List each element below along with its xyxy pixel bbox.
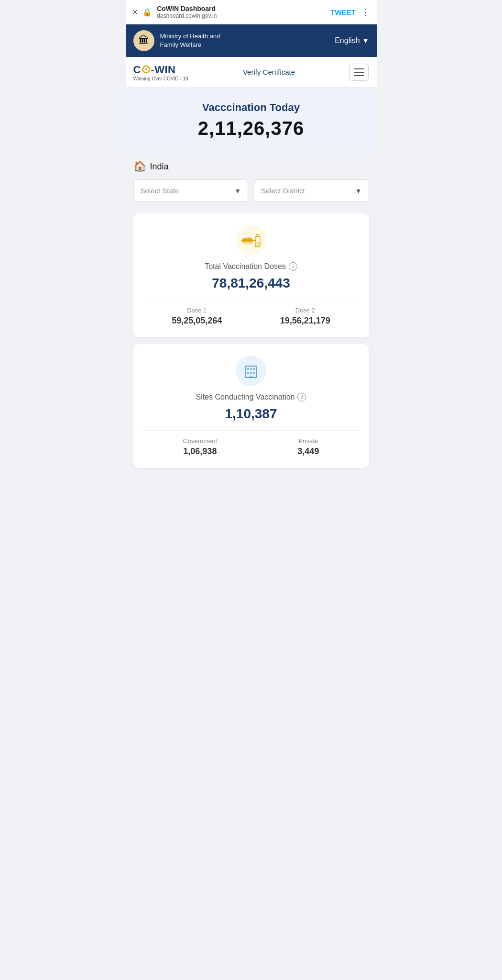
doses-info-icon[interactable]: i [289,262,297,271]
lock-icon: 🔒 [142,8,152,17]
logo-subtitle: Winning Over COVID - 19 [133,76,188,81]
vaccination-doses-card: Total Vaccination Doses i 78,81,26,443 D… [133,213,369,337]
select-district-dropdown[interactable]: Select District ▼ [254,179,369,202]
dose2-label: Dose 2 [280,307,330,314]
dropdowns-row: Select State ▼ Select District ▼ [133,179,369,202]
svg-rect-12 [250,368,252,370]
svg-rect-15 [250,372,252,374]
ministry-info: 🏛 Ministry of Health and Family Welfare [133,30,220,51]
doses-sub-row: Dose 1 59,25,05,264 Dose 2 19,56,21,179 [143,300,360,326]
ministry-name: Ministry of Health and Family Welfare [160,32,220,49]
cowin-logo: C⊙-WIN Winning Over COVID - 19 [133,63,188,81]
dose2-item: Dose 2 19,56,21,179 [280,307,330,326]
emblem-icon: 🏛 [133,30,154,51]
select-district-label: Select District [261,187,305,195]
svg-rect-2 [252,240,256,241]
dose2-value: 19,56,21,179 [280,316,330,326]
hamburger-menu-button[interactable] [349,64,369,81]
logo-dot: ⊙ [141,63,151,76]
private-label: Private [297,437,319,445]
close-icon[interactable]: × [132,7,138,18]
doses-card-title: Total Vaccination Doses i [143,262,360,271]
logo-win: -WIN [151,64,175,76]
doses-total-count: 78,81,26,443 [143,276,360,291]
svg-rect-0 [242,239,252,242]
logo-text: C⊙-WIN [133,63,188,76]
language-selector[interactable]: English ▼ [335,36,369,45]
language-label: English [335,36,360,45]
url-info: CoWIN Dashboard dashboard.cowin.gov.in [157,5,326,19]
select-state-dropdown[interactable]: Select State ▼ [133,179,249,202]
app-nav: C⊙-WIN Winning Over COVID - 19 Verify Ce… [126,57,377,88]
sites-info-icon[interactable]: i [297,393,306,401]
home-icon: 🏠 [133,160,146,173]
location-row: 🏠 India [133,160,369,173]
govt-label: Government [183,437,218,445]
hamburger-line-2 [354,72,364,73]
tweet-button[interactable]: TWEET [330,8,356,16]
sites-card-title: Sites Conducting Vaccination i [143,393,360,401]
doses-card-icon-area [143,225,360,256]
sites-card-icon-area [143,356,360,386]
select-state-label: Select State [141,187,179,195]
svg-rect-13 [253,368,255,370]
dose1-value: 59,25,05,264 [172,316,222,326]
sites-card: Sites Conducting Vaccination i 1,10,387 … [133,344,369,468]
browser-bar: × 🔒 CoWIN Dashboard dashboard.cowin.gov.… [126,0,377,24]
sites-sub-row: Government 1,06,938 Private 3,449 [143,430,360,457]
ministry-header: 🏛 Ministry of Health and Family Welfare … [126,24,377,57]
dose1-label: Dose 1 [172,307,222,314]
vaccination-today-count: 2,11,26,376 [133,118,369,139]
svg-rect-8 [256,234,259,236]
country-label: India [150,162,169,172]
svg-rect-11 [247,368,249,370]
vaccination-today-label: Vacccination Today [133,101,369,114]
vaccination-today-section: Vacccination Today 2,11,26,376 [126,88,377,153]
logo-co: C [133,64,141,76]
cards-section: Total Vaccination Doses i 78,81,26,443 D… [126,213,377,476]
svg-rect-9 [255,242,260,247]
hamburger-line-1 [354,68,364,69]
svg-rect-14 [247,372,249,374]
district-chevron-down-icon: ▼ [355,187,362,195]
svg-rect-17 [249,376,253,378]
govt-value: 1,06,938 [183,446,218,457]
sites-total-count: 1,10,387 [143,406,360,422]
verify-certificate-button[interactable]: Verify Certificate [243,68,295,76]
private-value: 3,449 [297,446,319,457]
building-svg [242,362,260,379]
private-item: Private 3,449 [297,437,319,457]
vaccine-svg [240,231,262,250]
chevron-down-icon: ▼ [362,37,369,45]
browser-page-title: CoWIN Dashboard [157,5,326,12]
more-menu-icon[interactable]: ⋮ [360,6,370,18]
vaccine-icon [236,225,266,256]
dose1-item: Dose 1 59,25,05,264 [172,307,222,326]
sites-building-icon [236,356,266,386]
government-item: Government 1,06,938 [183,437,218,457]
hamburger-line-3 [354,75,364,76]
location-section: 🏠 India Select State ▼ Select District ▼ [126,153,377,213]
state-chevron-down-icon: ▼ [234,187,241,195]
svg-rect-16 [253,372,255,374]
browser-url: dashboard.cowin.gov.in [157,12,326,19]
